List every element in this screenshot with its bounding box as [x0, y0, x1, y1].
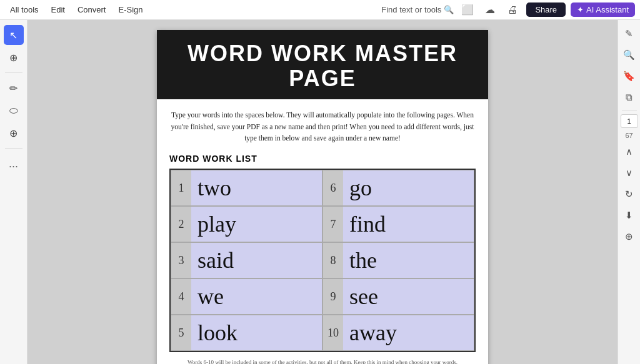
word-cell-8: 8 the — [322, 242, 474, 278]
word-num-1: 1 — [171, 170, 191, 205]
word-text-3[interactable]: said — [191, 243, 322, 278]
word-num-2: 2 — [171, 207, 191, 242]
bookmark-btn[interactable]: 🔖 — [621, 67, 638, 85]
ai-assistant-button[interactable]: ✦ AI Assistant — [571, 2, 635, 17]
word-num-6: 6 — [323, 170, 343, 205]
word-cell-2: 2 play — [171, 206, 322, 242]
word-cell-6: 6 go — [322, 170, 474, 206]
word-text-9[interactable]: see — [343, 279, 474, 314]
page-number-current[interactable]: 1 — [621, 114, 638, 128]
menu-esign[interactable]: E-Sign — [113, 4, 148, 16]
edit-page-btn[interactable]: ✎ — [621, 25, 638, 42]
pdf-page: WORD WORK MASTER PAGE Type your words in… — [157, 30, 488, 364]
word-num-7: 7 — [323, 207, 343, 242]
toolbar-separator-1 — [5, 72, 22, 73]
ai-label: AI Assistant — [586, 5, 629, 14]
search-icon: 🔍 — [444, 5, 454, 14]
toolbar-separator-2 — [5, 148, 22, 149]
rotate-btn[interactable]: ↻ — [621, 185, 638, 203]
word-cell-3: 3 said — [171, 242, 322, 278]
word-num-9: 9 — [323, 279, 343, 314]
instructions-text: Type your words into the spaces below. T… — [169, 109, 476, 144]
word-cell-10: 10 away — [322, 315, 474, 351]
page-title: WORD WORK MASTER PAGE — [169, 41, 476, 91]
cloud-icon-btn[interactable]: ☁ — [481, 1, 499, 19]
save-btn[interactable]: ⬇ — [621, 207, 638, 224]
menu-edit[interactable]: Edit — [46, 4, 70, 16]
print-icon-btn[interactable]: 🖨 — [504, 1, 521, 19]
search-page-btn[interactable]: 🔍 — [621, 46, 638, 64]
search-bar[interactable]: Find text or tools 🔍 — [381, 5, 454, 14]
word-num-4: 4 — [171, 279, 191, 314]
word-work-list-label: WORD WORK LIST — [169, 154, 476, 164]
menu-items: All tools Edit Convert E-Sign — [5, 4, 381, 16]
more-tools[interactable]: ··· — [4, 156, 24, 176]
left-toolbar: ↖ ⊕ ✏ ⬭ ⊕ ··· — [0, 20, 28, 364]
zoom-tool[interactable]: ⊕ — [4, 47, 24, 67]
word-text-6[interactable]: go — [343, 170, 474, 205]
zoom-in-btn[interactable]: ⊕ — [621, 228, 638, 245]
word-cell-9: 9 see — [322, 278, 474, 315]
word-num-5: 5 — [171, 315, 191, 350]
stamp-tool[interactable]: ⊕ — [4, 123, 24, 143]
word-text-2[interactable]: play — [191, 207, 322, 242]
monitor-icon-btn[interactable]: ⬜ — [459, 1, 476, 19]
word-num-10: 10 — [323, 315, 343, 350]
search-label: Find text or tools — [381, 5, 441, 14]
right-separator-1 — [622, 110, 637, 111]
right-sidebar: ✎ 🔍 🔖 ⧉ 1 67 ∧ ∨ ↻ ⬇ ⊕ — [618, 20, 640, 364]
word-text-4[interactable]: we — [191, 279, 322, 314]
copy-btn[interactable]: ⧉ — [621, 89, 638, 106]
word-text-5[interactable]: look — [191, 315, 322, 350]
word-cell-5: 5 look — [171, 315, 322, 351]
word-num-3: 3 — [171, 243, 191, 278]
main-layout: ↖ ⊕ ✏ ⬭ ⊕ ··· WORD WORK MASTER PAGE Type… — [0, 20, 640, 364]
page-up-btn[interactable]: ∧ — [621, 143, 638, 160]
word-text-1[interactable]: two — [191, 170, 322, 205]
page-number-total: 67 — [625, 132, 632, 139]
ai-icon: ✦ — [577, 5, 584, 14]
word-text-10[interactable]: away — [343, 315, 474, 350]
shape-tool[interactable]: ⬭ — [4, 101, 24, 121]
page-header: WORD WORK MASTER PAGE — [157, 30, 488, 99]
canvas-area: WORD WORK MASTER PAGE Type your words in… — [28, 20, 618, 364]
menu-convert[interactable]: Convert — [72, 4, 111, 16]
word-text-8[interactable]: the — [343, 243, 474, 278]
word-text-7[interactable]: find — [343, 207, 474, 242]
page-down-btn[interactable]: ∨ — [621, 164, 638, 182]
draw-tool[interactable]: ✏ — [4, 78, 24, 98]
word-cell-1: 1 two — [171, 170, 322, 206]
page-body: Type your words into the spaces below. T… — [157, 99, 488, 364]
word-cell-4: 4 we — [171, 278, 322, 315]
cursor-tool[interactable]: ↖ — [4, 25, 24, 45]
menu-right: Find text or tools 🔍 ⬜ ☁ 🖨 Share ✦ AI As… — [381, 1, 635, 19]
word-grid: 1 two 6 go 2 play 7 find — [169, 169, 476, 352]
footnote-text: Words 6-10 will be included in some of t… — [169, 358, 476, 364]
menu-all-tools[interactable]: All tools — [5, 4, 44, 16]
word-num-8: 8 — [323, 243, 343, 278]
share-button[interactable]: Share — [526, 2, 566, 17]
word-cell-7: 7 find — [322, 206, 474, 242]
menu-bar: All tools Edit Convert E-Sign Find text … — [0, 0, 640, 20]
